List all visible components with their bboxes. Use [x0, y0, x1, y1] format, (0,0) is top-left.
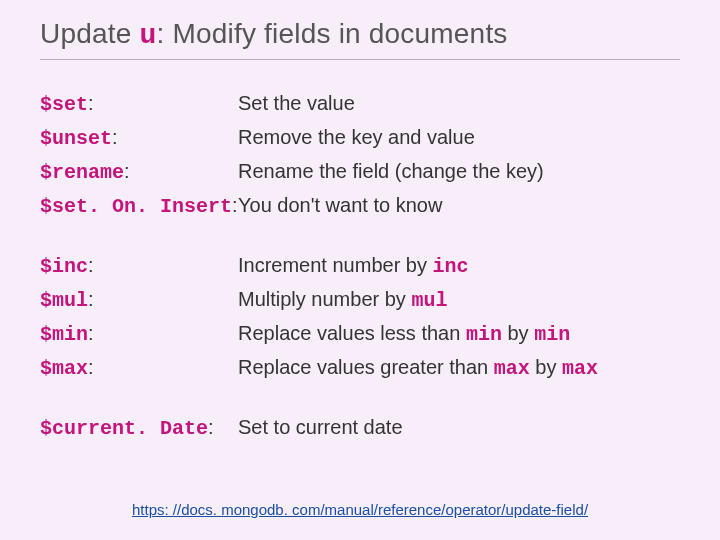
operator-label: $inc [40, 255, 88, 278]
colon: : [112, 126, 118, 148]
operator-name: $max: [40, 352, 232, 384]
title-code: u [139, 20, 156, 51]
colon: : [208, 416, 214, 438]
operator-name: $min: [40, 318, 232, 350]
colon: : [88, 254, 94, 276]
colon: : [88, 322, 94, 344]
inline-code: max [562, 357, 598, 380]
operator-name: $set. On. Insert: [40, 190, 232, 222]
inline-code: max [494, 357, 530, 380]
title-post: : Modify fields in documents [156, 18, 507, 49]
operator-description: You don't want to know [238, 190, 680, 222]
description-text: Set the value [238, 92, 355, 114]
docs-link[interactable]: https: //docs. mongodb. com/manual/refer… [132, 501, 588, 518]
colon: : [88, 92, 94, 114]
colon: : [88, 288, 94, 310]
inline-code: inc [433, 255, 469, 278]
operator-group: $current. Date:Set to current date [40, 412, 680, 444]
operator-name: $mul: [40, 284, 232, 316]
description-text: Set to current date [238, 416, 403, 438]
inline-code: mul [411, 289, 447, 312]
operator-description: Set the value [238, 88, 680, 120]
operator-label: $current. Date [40, 417, 208, 440]
operator-name: $current. Date: [40, 412, 232, 444]
operator-description: Rename the field (change the key) [238, 156, 680, 188]
operator-name: $rename: [40, 156, 232, 188]
operator-label: $set [40, 93, 88, 116]
description-text: Replace values greater than [238, 356, 494, 378]
colon: : [88, 356, 94, 378]
operator-label: $rename [40, 161, 124, 184]
operator-description: Replace values greater than max by max [238, 352, 680, 384]
operator-name: $inc: [40, 250, 232, 282]
operator-name: $set: [40, 88, 232, 120]
operator-label: $min [40, 323, 88, 346]
description-text: Remove the key and value [238, 126, 475, 148]
description-text: Rename the field (change the key) [238, 160, 544, 182]
operator-label: $set. On. Insert [40, 195, 232, 218]
description-text: Replace values less than [238, 322, 466, 344]
colon: : [124, 160, 130, 182]
description-text: by [530, 356, 562, 378]
footer-link-container: https: //docs. mongodb. com/manual/refer… [0, 501, 720, 518]
operator-description: Multiply number by mul [238, 284, 680, 316]
inline-code: min [466, 323, 502, 346]
operator-description: Remove the key and value [238, 122, 680, 154]
description-text: Increment number by [238, 254, 433, 276]
operator-description: Replace values less than min by min [238, 318, 680, 350]
slide-title: Update u: Modify fields in documents [40, 18, 680, 60]
description-text: Multiply number by [238, 288, 411, 310]
description-text: by [502, 322, 534, 344]
operator-group: $inc:Increment number by inc$mul:Multipl… [40, 250, 680, 384]
inline-code: min [534, 323, 570, 346]
operator-description: Increment number by inc [238, 250, 680, 282]
operator-label: $mul [40, 289, 88, 312]
colon: : [232, 194, 238, 216]
title-pre: Update [40, 18, 139, 49]
operator-name: $unset: [40, 122, 232, 154]
operator-group: $set:Set the value$unset:Remove the key … [40, 88, 680, 222]
operator-label: $max [40, 357, 88, 380]
slide: Update u: Modify fields in documents $se… [0, 0, 720, 540]
operator-description: Set to current date [238, 412, 680, 444]
operator-label: $unset [40, 127, 112, 150]
operator-groups: $set:Set the value$unset:Remove the key … [40, 88, 680, 444]
description-text: You don't want to know [238, 194, 442, 216]
